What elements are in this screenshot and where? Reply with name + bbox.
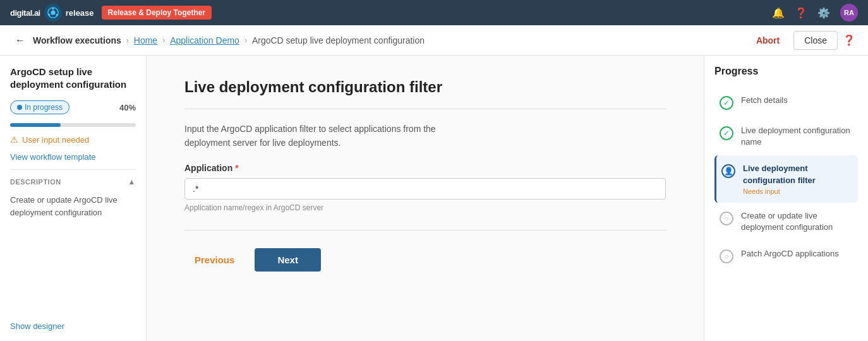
step-list: ✓Fetch details✓Live deployment configura… [714,87,858,271]
breadcrumb-current-page: ArgoCD setup live deployment configurati… [252,35,425,45]
step-label-0: Fetch details [741,95,788,106]
logo: digital.ai release [10,4,94,21]
field-label-text: Application [184,163,232,173]
description-text: Create or update ArgoCD live deployment … [10,194,136,218]
form-description: Input the ArgoCD application filter to s… [184,122,666,150]
step-icon-0: ✓ [720,96,733,110]
form-bottom-divider [184,230,666,230]
step-subtext-2: Needs input [743,188,853,195]
step-label-2: Live deployment configuration filter [743,163,853,186]
release-text: release [66,8,94,18]
progress-title: Progress [714,66,858,77]
step-text-wrap-2: Live deployment configuration filterNeed… [743,163,853,194]
progress-percent: 40% [119,103,136,112]
step-label-3: Create or update live deployment configu… [741,210,853,233]
spacer [10,226,136,314]
breadcrumb-sep-2: › [162,36,165,45]
step-label-4: Patch ArgoCD applications [741,248,839,260]
bell-icon[interactable]: 🔔 [772,7,785,19]
view-workflow-template-link[interactable]: View workflow template [10,152,136,162]
progress-row: In progress 40% [10,100,136,114]
progress-bar-fill [10,123,61,127]
breadcrumb-app-demo[interactable]: Application Demo [170,35,239,45]
status-dot [17,105,22,110]
svg-point-4 [48,14,51,16]
close-button[interactable]: Close [793,31,838,50]
svg-point-2 [52,8,54,10]
left-sidebar: ArgoCD setup live deployment configurati… [0,56,147,341]
breadcrumb-help-icon[interactable]: ❓ [843,34,855,46]
main-layout: ArgoCD setup live deployment configurati… [0,56,868,341]
previous-button[interactable]: Previous [184,248,244,272]
release-deploy-badge[interactable]: Release & Deploy Together [102,6,212,20]
step-item-4: ○Patch ArgoCD applications [714,241,858,271]
abort-button[interactable]: Abort [747,32,788,49]
help-circle-icon[interactable]: ❓ [795,7,807,19]
progress-bar-wrap [10,123,136,127]
center-content: Live deployment configuration filter Inp… [147,56,704,341]
release-icon [44,4,62,21]
next-button[interactable]: Next [255,248,321,272]
avatar[interactable]: RA [840,4,858,21]
status-badge: In progress [10,100,69,114]
back-button[interactable]: ← [13,32,28,49]
user-input-label: User input needed [22,135,89,145]
breadcrumb-home[interactable]: Home [134,35,157,45]
step-text-wrap-1: Live deployment configuration name [741,125,853,148]
warning-icon: ⚠ [10,135,18,145]
user-input-row: ⚠ User input needed [10,135,136,145]
breadcrumb-sep-1: › [126,36,129,45]
show-designer-link[interactable]: Show designer [10,321,136,331]
step-icon-1: ✓ [720,126,733,140]
description-section-label: DESCRIPTION ▲ [10,177,136,186]
step-icon-2: 👤 [721,164,735,178]
description-label-text: DESCRIPTION [10,178,61,186]
required-star: * [235,163,238,173]
form-title: Live deployment configuration filter [184,78,666,96]
top-navigation: digital.ai release Release & Deploy Toge… [0,0,868,25]
step-text-wrap-0: Fetch details [741,95,788,106]
top-nav-right: 🔔 ❓ ⚙️ RA [772,4,858,21]
divider-1 [10,169,136,170]
step-item-0: ✓Fetch details [714,87,858,117]
status-label: In progress [25,103,63,112]
step-item-2: 👤Live deployment configuration filterNee… [714,155,858,202]
workflow-executions-label: Workflow executions [33,35,121,45]
svg-point-3 [56,14,58,16]
breadcrumb-sep-3: › [244,36,247,45]
sidebar-title: ArgoCD setup live deployment configurati… [10,66,136,90]
breadcrumb-bar: ← Workflow executions › Home › Applicati… [0,25,868,56]
step-text-wrap-3: Create or update live deployment configu… [741,210,853,233]
step-label-1: Live deployment configuration name [741,125,853,148]
form-desc-line2: deployment server for live deployments. [184,138,341,148]
step-text-wrap-4: Patch ArgoCD applications [741,248,839,260]
step-item-1: ✓Live deployment configuration name [714,117,858,155]
dai-logo-text: digital.ai [10,8,40,18]
field-label: Application * [184,163,666,173]
right-sidebar: Progress ✓Fetch details✓Live deployment … [704,56,868,341]
form-top-divider [184,109,666,109]
collapse-icon[interactable]: ▲ [128,177,136,186]
svg-point-1 [51,10,55,15]
step-icon-3: ○ [720,212,733,225]
form-desc-line1: Input the ArgoCD application filter to s… [184,124,436,134]
application-input[interactable] [184,178,666,200]
breadcrumb-actions: Abort Close ❓ [747,31,855,50]
field-hint: Application name/regex in ArgoCD server [184,203,666,212]
settings-icon[interactable]: ⚙️ [817,7,830,19]
form-actions: Previous Next [184,248,666,272]
step-icon-4: ○ [720,249,733,263]
step-item-3: ○Create or update live deployment config… [714,203,858,241]
